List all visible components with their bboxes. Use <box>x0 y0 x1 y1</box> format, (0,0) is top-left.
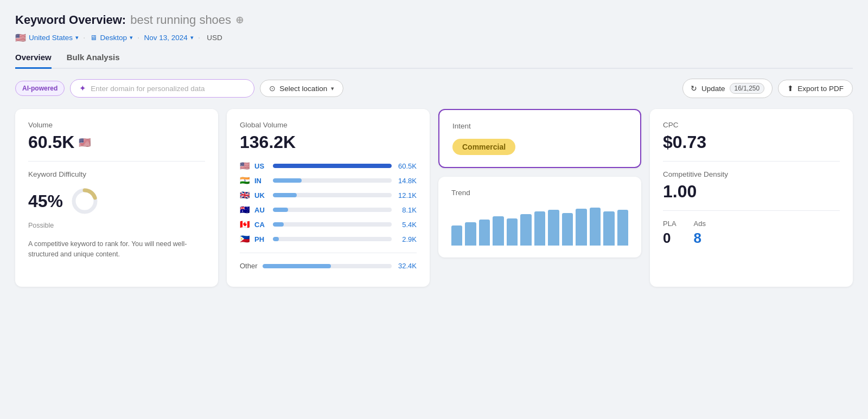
export-pdf-button[interactable]: ⬆ Export to PDF <box>778 80 853 97</box>
cards-grid: Volume 60.5K 🇺🇸 Keyword Difficulty 45% P… <box>15 109 853 287</box>
page-title-prefix: Keyword Overview: <box>15 13 126 27</box>
bar-us <box>273 164 392 168</box>
trend-bar-7 <box>534 211 545 246</box>
pla-ads-row: PLA 0 Ads 8 <box>663 220 840 247</box>
country-row-ph: 🇵🇭 PH 2.9K <box>240 234 417 244</box>
intent-badge: Commercial <box>452 139 515 155</box>
device-icon: 🖥 <box>90 34 98 42</box>
currency-label: USD <box>207 34 222 42</box>
cd-value: 1.00 <box>663 182 840 202</box>
tab-bulk-analysis[interactable]: Bulk Analysis <box>67 53 120 69</box>
country-row-other: Other 32.4K <box>240 262 417 270</box>
domain-input-wrapper[interactable]: ✦ Enter domain for personalized data <box>70 79 254 98</box>
cpc-card: CPC $0.73 Competitive Density 1.00 PLA 0… <box>650 109 853 287</box>
country-row-au: 🇦🇺 AU 8.1K <box>240 205 417 215</box>
volume-flag: 🇺🇸 <box>79 137 91 149</box>
trend-card: Trend <box>438 177 641 257</box>
volume-label: Volume <box>28 121 205 129</box>
location-chevron-icon: ▾ <box>75 34 79 41</box>
tabs-bar: Overview Bulk Analysis <box>15 53 853 69</box>
intent-label: Intent <box>452 122 627 130</box>
trend-bar-3 <box>479 220 490 246</box>
refresh-icon: ↻ <box>691 84 697 93</box>
intent-card: Intent Commercial <box>438 109 641 168</box>
location-label: United States <box>29 34 73 42</box>
export-label: Export to PDF <box>797 85 844 93</box>
update-button[interactable]: ↻ Update 16/1,250 <box>682 79 773 98</box>
pla-label: PLA <box>663 220 676 228</box>
trend-bar-2 <box>465 222 476 246</box>
trend-bar-13 <box>617 210 628 246</box>
toolbar: AI-powered ✦ Enter domain for personaliz… <box>15 79 853 98</box>
kd-row: 45% <box>28 187 205 215</box>
trend-bar-1 <box>451 225 462 246</box>
country-row-ca: 🇨🇦 CA 5.4K <box>240 220 417 229</box>
cd-label: Competitive Density <box>663 170 840 178</box>
volume-value: 60.5K 🇺🇸 <box>28 132 205 152</box>
add-keyword-icon[interactable]: ⊕ <box>235 14 244 26</box>
kd-possible-label: Possible <box>28 222 205 229</box>
trend-bar-8 <box>548 210 559 246</box>
kd-section: Keyword Difficulty 45% Possible A compet… <box>28 170 205 260</box>
kd-description: A competitive keyword to rank for. You w… <box>28 239 205 260</box>
global-volume-label: Global Volume <box>240 121 417 129</box>
date-selector[interactable]: Nov 13, 2024 ▾ <box>144 34 193 42</box>
other-label: Other <box>240 262 258 270</box>
ads-label: Ads <box>694 220 706 228</box>
device-selector[interactable]: 🖥 Desktop ▾ <box>90 34 133 42</box>
trend-bar-6 <box>520 214 531 246</box>
country-row-us: 🇺🇸 US 60.5K <box>240 161 417 171</box>
location-selector[interactable]: 🇺🇸 United States ▾ <box>15 33 79 43</box>
ads-item: Ads 8 <box>694 220 706 247</box>
kd-label: Keyword Difficulty <box>28 170 205 178</box>
meta-sep-3: · <box>198 33 200 43</box>
device-label: Desktop <box>100 34 127 42</box>
code-us: US <box>254 162 269 170</box>
kd-value: 45% <box>28 191 63 211</box>
volume-card: Volume 60.5K 🇺🇸 Keyword Difficulty 45% P… <box>15 109 218 287</box>
pla-item: PLA 0 <box>663 220 676 247</box>
meta-bar: 🇺🇸 United States ▾ · 🖥 Desktop ▾ · Nov 1… <box>15 33 853 43</box>
location-dropdown-chevron: ▾ <box>331 85 334 92</box>
trend-bar-10 <box>576 209 586 246</box>
location-pin-icon: ⊙ <box>269 84 276 93</box>
global-volume-card: Global Volume 136.2K 🇺🇸 US 60.5K 🇮🇳 IN 1… <box>227 109 430 287</box>
page-header: Keyword Overview: best running shoes ⊕ <box>15 13 853 27</box>
flag-us: 🇺🇸 <box>240 161 250 171</box>
trend-label: Trend <box>451 189 628 197</box>
trend-bar-5 <box>507 218 518 246</box>
country-row-in: 🇮🇳 IN 14.8K <box>240 176 417 185</box>
ads-value: 8 <box>694 230 706 247</box>
cpc-value: $0.73 <box>663 132 840 152</box>
meta-sep-1: · <box>83 33 85 43</box>
kd-donut-chart <box>71 187 99 215</box>
val-us: 60.5K <box>396 162 417 170</box>
location-flag: 🇺🇸 <box>15 33 26 43</box>
global-volume-value: 136.2K <box>240 132 417 152</box>
ai-powered-badge: AI-powered <box>15 81 65 96</box>
trend-bar-9 <box>562 213 573 246</box>
export-icon: ⬆ <box>787 84 794 93</box>
date-label: Nov 13, 2024 <box>144 34 187 42</box>
update-label: Update <box>701 85 725 93</box>
date-chevron-icon: ▾ <box>190 34 194 41</box>
country-row-uk: 🇬🇧 UK 12.1K <box>240 190 417 200</box>
pla-value: 0 <box>663 230 676 247</box>
sparkle-icon: ✦ <box>79 83 86 93</box>
trend-bar-12 <box>603 211 614 246</box>
trend-bar-4 <box>493 216 503 246</box>
tab-overview[interactable]: Overview <box>15 53 52 69</box>
select-location-label: Select location <box>279 85 327 93</box>
cpc-label: CPC <box>663 121 840 129</box>
trend-chart <box>451 202 628 246</box>
keyword-text: best running shoes <box>130 13 231 27</box>
device-chevron-icon: ▾ <box>130 34 133 41</box>
intent-trend-column: Intent Commercial Trend <box>438 109 641 287</box>
domain-input[interactable]: Enter domain for personalized data <box>91 85 205 93</box>
select-location-button[interactable]: ⊙ Select location ▾ <box>260 80 343 97</box>
trend-bar-11 <box>590 208 601 246</box>
other-value: 32.4K <box>396 262 417 270</box>
update-count-badge: 16/1,250 <box>730 83 765 94</box>
meta-sep-2: · <box>137 33 139 43</box>
